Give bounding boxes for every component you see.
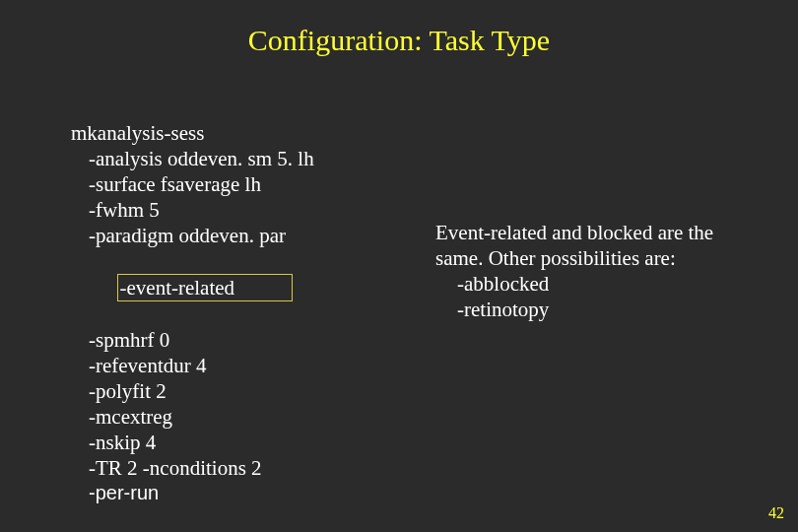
option-retinotopy: -retinotopy xyxy=(435,297,761,322)
option-abblocked: -abblocked xyxy=(435,271,761,297)
slide: Configuration: Task Type mkanalysis-sess… xyxy=(0,0,798,532)
cmd-arg-analysis: -analysis oddeven. sm 5. lh xyxy=(71,146,314,171)
cmd-arg-fwhm: -fwhm 5 xyxy=(71,197,314,223)
cmd-arg-surface: -surface fsaverage lh xyxy=(71,171,314,197)
explanation-line: Event-related and blocked are the xyxy=(435,220,761,245)
slide-title: Configuration: Task Type xyxy=(0,24,798,57)
explanation-line: same. Other possibilities are: xyxy=(435,245,761,271)
cmd-arg-nskip: -nskip 4 xyxy=(71,430,314,455)
explanation-block: Event-related and blocked are the same. … xyxy=(435,220,761,322)
highlight-box: -event-related xyxy=(117,274,294,301)
cmd-arg-per-run: -per-run xyxy=(71,481,314,505)
cmd-arg-event-related: -event-related xyxy=(71,248,314,327)
cmd-arg-refeventdur: -refeventdur 4 xyxy=(71,353,314,378)
command-block: mkanalysis-sess -analysis oddeven. sm 5.… xyxy=(71,120,314,505)
cmd-arg-tr-nconditions: -TR 2 -nconditions 2 xyxy=(71,455,314,481)
cmd-arg-mcextreg: -mcextreg xyxy=(71,404,314,430)
cmd-arg-polyfit: -polyfit 2 xyxy=(71,378,314,404)
cmd-name: mkanalysis-sess xyxy=(71,120,314,146)
cmd-arg-spmhrf: -spmhrf 0 xyxy=(71,327,314,353)
page-number: 42 xyxy=(768,504,784,522)
cmd-arg-paradigm: -paradigm oddeven. par xyxy=(71,223,314,248)
